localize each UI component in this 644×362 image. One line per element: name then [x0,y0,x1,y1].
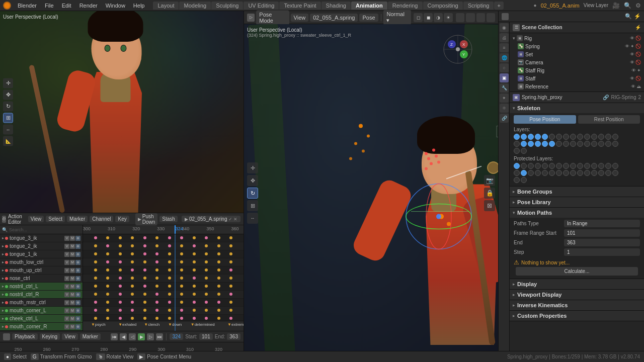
filter-icon[interactable]: ⚡ [634,13,641,20]
keyframe-dot[interactable] [143,268,146,272]
navigation-gizmo[interactable]: X Y Z [443,34,473,64]
keyframe-dot[interactable] [168,293,171,296]
keyframe-dot[interactable] [106,301,109,304]
tool-rotate[interactable]: ↻ [247,188,258,199]
layer-dot[interactable] [605,170,611,176]
menu-render[interactable]: Render [76,2,101,10]
keying-btn[interactable]: Keying [40,333,60,340]
filter-outliner-icon[interactable]: ⚡ [635,25,641,30]
menu-blender[interactable]: Blender [14,2,40,10]
tab-modifier-icon[interactable]: 🔧 [500,83,509,93]
track-item[interactable]: ▸ cheek_ctrl_L V M ⊕ [0,315,83,323]
action-name-input[interactable]: ▶ 02_055_A.spring ✓ ✕ [182,216,240,222]
scale-icon[interactable]: ⊞ [3,113,13,123]
keyframe-dot[interactable] [205,244,208,247]
keyframe-dot[interactable] [180,236,183,239]
keyframe-dot[interactable] [193,252,196,255]
keyframe-dot[interactable] [131,244,134,247]
keyframe-dot[interactable] [131,252,134,255]
keyframe-dot[interactable] [155,260,158,263]
keyframe-dot[interactable] [155,285,158,288]
layer-dot[interactable] [549,141,555,147]
outliner-icon[interactable]: ☰ [513,24,520,31]
layer-dot[interactable] [556,134,562,140]
custom-properties-header[interactable]: ▸ Custom Properties [510,311,644,321]
keyframe-dot[interactable] [94,317,97,320]
bone-groups-header[interactable]: ▸ Bone Groups [510,187,644,197]
keyframe-dot[interactable] [155,268,158,272]
keyframe-dot[interactable] [217,285,220,288]
keyframe-dot[interactable] [193,317,196,320]
tracks-search-input[interactable]: Search... [9,227,80,232]
keyframe-dot[interactable] [168,268,171,272]
keyframe-dot[interactable] [193,293,196,296]
keyframe-dot[interactable] [217,268,220,272]
layer-dot[interactable] [556,163,562,169]
keyframe-dot[interactable] [217,236,220,239]
track-item[interactable]: ▸ mouth_low_ctrl V M ⊕ [0,258,83,266]
keyframe-dot[interactable] [205,236,208,239]
keyframe-dot[interactable] [217,252,220,255]
keyframe-dot[interactable] [193,285,196,288]
proportional-toggle[interactable] [487,13,495,22]
track-item[interactable]: ▸ mouth_mstr_ctrl V M ⊕ [0,299,83,307]
layer-dot[interactable] [556,141,562,147]
keyframe-dot[interactable] [155,293,158,296]
layer-dot[interactable] [584,170,590,176]
keyframe-dot[interactable] [119,285,122,288]
object-link-icon[interactable]: 🔗 [603,95,609,100]
workspace-tab-modeling[interactable]: Modeling [179,2,211,10]
viewport-perspective-btn[interactable]: Normal ▾ [383,10,411,25]
keyframe-dot[interactable] [193,244,196,247]
keyframe-dot[interactable] [155,252,158,255]
frame-range-start-input[interactable]: 101 [564,229,640,237]
pose-menu-btn[interactable]: Pose [359,14,378,22]
keyframe-dot[interactable] [143,317,146,320]
3d-viewport[interactable]: User Perspective (Local) (324) Spring.hi… [244,24,498,362]
layer-dot[interactable] [591,134,597,140]
keyframe-dot[interactable] [131,309,134,312]
frame-range-end-input[interactable]: 363 [564,239,640,246]
keyframe-dot[interactable] [119,293,122,296]
tool-cursor[interactable]: ✛ [247,162,258,173]
keyframe-dot[interactable] [155,244,158,247]
keyframe-dot[interactable] [155,236,158,239]
layer-dot[interactable] [535,170,541,176]
layer-dot[interactable] [535,134,541,140]
keyframe-dot[interactable] [217,277,220,280]
keyframe-dot[interactable] [217,301,220,304]
step-forward-btn[interactable]: ▷ [147,333,154,340]
calculate-btn[interactable]: Calculate... [516,267,638,276]
pose-position-btn[interactable]: Pose Position [514,115,576,124]
display-header[interactable]: ▸ Display [510,279,644,289]
cursor-icon[interactable]: ✛ [3,78,13,88]
layer-dot[interactable] [591,163,597,169]
keyframe-dot[interactable] [217,260,220,263]
keyframe-dot[interactable] [106,293,109,296]
keyframe-dot[interactable] [131,268,134,272]
search-icon[interactable]: 🔍 [624,2,631,9]
keyframe-dot[interactable] [168,252,171,255]
layer-dot[interactable] [570,134,576,140]
collection-item-staff[interactable]: ▣ Staff 👁 🚫 [510,74,644,82]
collection-item-spring[interactable]: 🦴 Spring 👁 ✦ 🚫 [510,42,644,50]
layer-dot[interactable] [591,141,597,147]
track-item[interactable]: ▸ tongue_3_ik V M ⊕ [0,234,83,242]
keyframe-dot[interactable] [106,268,109,272]
layer-dot[interactable] [514,163,520,169]
layer-dot[interactable] [598,134,604,140]
tab-physics-icon[interactable]: ⚛ [500,104,509,113]
keyframe-dot[interactable] [131,301,134,304]
keyframe-dot[interactable] [143,309,146,312]
layer-dot[interactable] [577,170,583,176]
keyframe-dot[interactable] [143,277,146,280]
keyframe-dot[interactable] [143,301,146,304]
ae-marker[interactable]: ▼clench [144,322,159,327]
motion-paths-header[interactable]: ▾ Motion Paths [510,208,644,218]
keyframe-dot[interactable] [168,260,171,263]
tab-constraints-icon[interactable]: 🔗 [500,114,509,123]
rendered-btn[interactable]: ☀ [444,13,453,22]
keyframe-dot[interactable] [131,293,134,296]
track-item[interactable]: ▸ nostril_ctrl_L V M ⊕ [0,283,83,291]
keyframe-dot[interactable] [94,301,97,304]
